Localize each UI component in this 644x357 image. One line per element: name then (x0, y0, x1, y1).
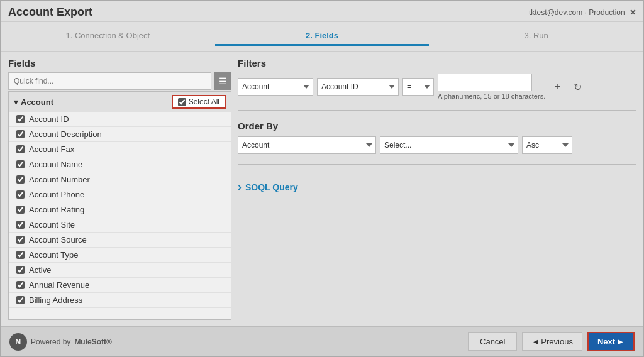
select-all-button[interactable]: Select All (172, 95, 226, 109)
close-button[interactable]: × (630, 7, 636, 18)
divider2 (238, 164, 636, 165)
list-item[interactable]: Account Number (9, 172, 231, 187)
previous-button[interactable]: ◄ Previous (522, 332, 582, 351)
next-label: Next (597, 337, 615, 346)
main-content: Fields ☰ ▾ Account Select All (1, 52, 643, 326)
next-button[interactable]: Next ► (587, 332, 635, 351)
search-bar: ☰ (8, 72, 231, 90)
list-divider: — (9, 308, 231, 320)
plus-icon: + (555, 81, 560, 92)
soql-expand-icon: › (238, 180, 242, 194)
title-bar: Account Export tktest@dev.com · Producti… (1, 1, 643, 22)
previous-chevron-icon: ◄ (531, 337, 540, 346)
field-checkbox[interactable] (16, 266, 25, 274)
field-checkbox[interactable] (16, 281, 25, 289)
list-item[interactable]: Account Phone (9, 187, 231, 202)
field-label: Billing Address (29, 295, 82, 305)
field-checkbox[interactable] (16, 296, 25, 304)
user-text: tktest@dev.com · Production (529, 8, 625, 17)
group-collapse-icon[interactable]: ▾ (14, 97, 18, 107)
field-checkbox[interactable] (16, 190, 25, 199)
step-connection[interactable]: 1. Connection & Object (1, 27, 215, 46)
list-item[interactable]: Account Source (9, 233, 231, 248)
cancel-button[interactable]: Cancel (468, 332, 517, 351)
step-fields[interactable]: 2. Fields (215, 27, 430, 46)
app-window: Account Export tktest@dev.com · Producti… (0, 0, 644, 357)
page-title: Account Export (8, 6, 92, 19)
fields-list: ▾ Account Select All Account ID Account … (8, 91, 231, 320)
list-item[interactable]: Billing Address (9, 293, 231, 308)
field-checkbox[interactable] (16, 206, 25, 214)
footer-buttons: Cancel ◄ Previous Next ► (468, 332, 635, 351)
soql-section: › SOQL Query (238, 175, 636, 194)
field-label: Account Site (29, 220, 75, 229)
field-label: Annual Revenue (29, 280, 89, 290)
refresh-filter-button[interactable]: ↻ (569, 79, 586, 95)
filter-controls: Account Account ID Account Description A… (238, 74, 586, 100)
field-checkbox[interactable] (16, 115, 25, 123)
field-label: Account ID (29, 114, 69, 124)
next-chevron-icon: ► (616, 337, 625, 346)
filters-section: Filters Account Account ID Account Descr… (238, 58, 636, 100)
field-label: Account Fax (29, 145, 74, 154)
user-info: tktest@dev.com · Production × (529, 7, 636, 18)
group-name: Account (21, 97, 53, 107)
select-all-checkbox[interactable] (178, 98, 186, 106)
list-item[interactable]: Active (9, 263, 231, 278)
powered-by-text: Powered by (31, 338, 70, 346)
filter-object-select[interactable]: Account (238, 78, 313, 96)
filter-field-select[interactable]: Account ID Account Description Account N… (317, 78, 399, 96)
list-item[interactable]: Annual Revenue (9, 278, 231, 293)
field-label: Account Type (29, 250, 79, 260)
list-item[interactable]: Account Description (9, 127, 231, 142)
field-label: Account Rating (29, 205, 84, 214)
filter-value-group: Alphanumeric, 15 or 18 characters. (438, 74, 545, 100)
group-header: ▾ Account Select All (9, 92, 231, 112)
field-label: Account Description (29, 129, 102, 139)
field-checkbox[interactable] (16, 160, 25, 168)
filter-operator-select[interactable]: = != < > (402, 78, 434, 96)
add-filter-button[interactable]: + (549, 79, 565, 95)
order-direction-select[interactable]: Asc Desc (522, 136, 572, 154)
list-item[interactable]: Account Rating (9, 202, 231, 217)
divider (238, 110, 636, 111)
order-by-section: Order By Account Select... Asc Desc (238, 121, 636, 154)
field-label: Account Phone (29, 190, 84, 199)
filter-value-input[interactable] (438, 74, 532, 91)
field-checkbox[interactable] (16, 175, 25, 184)
field-label: Account Source (29, 235, 87, 244)
field-label: Account Number (29, 175, 90, 184)
list-item[interactable]: Account Name (9, 157, 231, 172)
field-checkbox[interactable] (16, 236, 25, 244)
right-panel: Filters Account Account ID Account Descr… (238, 58, 636, 320)
field-checkbox[interactable] (16, 130, 25, 138)
order-by-title: Order By (238, 121, 636, 131)
filters-title: Filters (238, 58, 636, 69)
order-object-select[interactable]: Account (238, 136, 376, 154)
field-checkbox[interactable] (16, 221, 25, 229)
menu-icon: ☰ (219, 76, 227, 86)
refresh-icon: ↻ (574, 81, 582, 93)
list-item[interactable]: Account Fax (9, 142, 231, 157)
powered-by: M Powered by MuleSoft® (9, 333, 112, 351)
previous-label: Previous (541, 337, 573, 346)
field-checkbox[interactable] (16, 251, 25, 259)
field-label: Active (29, 265, 51, 275)
footer: M Powered by MuleSoft® Cancel ◄ Previous… (1, 326, 643, 356)
field-label: Account Name (29, 160, 82, 169)
list-item[interactable]: Account Site (9, 217, 231, 233)
order-field-select[interactable]: Select... (380, 136, 518, 154)
list-item[interactable]: Account ID (9, 112, 231, 127)
order-by-row: Account Select... Asc Desc (238, 136, 636, 154)
menu-button[interactable]: ☰ (214, 72, 231, 90)
list-item[interactable]: Account Type (9, 248, 231, 263)
left-panel: Fields ☰ ▾ Account Select All (8, 58, 231, 320)
filter-hint: Alphanumeric, 15 or 18 characters. (438, 92, 545, 100)
soql-title-text: SOQL Query (245, 182, 298, 192)
fields-title: Fields (8, 58, 231, 69)
soql-toggle[interactable]: › SOQL Query (238, 180, 636, 194)
mulesoft-logo: M (9, 333, 27, 351)
step-run[interactable]: 3. Run (429, 27, 643, 46)
field-checkbox[interactable] (16, 145, 25, 153)
search-input[interactable] (8, 72, 211, 90)
